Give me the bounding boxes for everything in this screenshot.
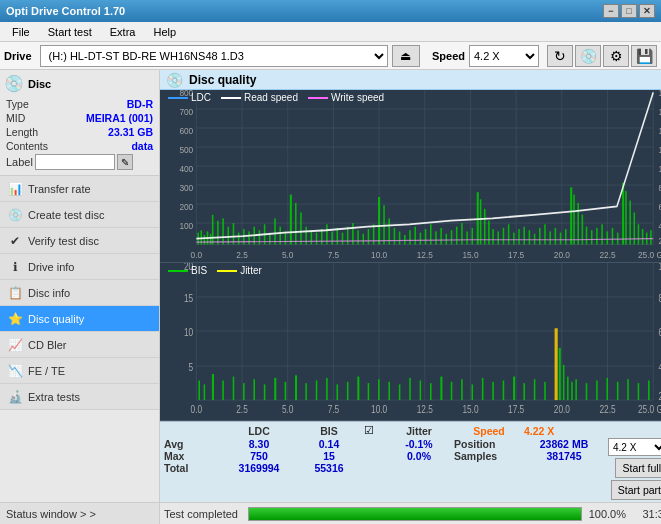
status-window-label: Status window > > — [6, 508, 96, 520]
nav-fe-te[interactable]: 📉 FE / TE — [0, 358, 159, 384]
disc-contents-val: data — [131, 140, 153, 152]
stats-samples-val: 381745 — [524, 450, 604, 462]
svg-rect-220 — [596, 381, 598, 401]
speed-dropdown[interactable]: 4.2 X — [608, 438, 661, 456]
stats-max-jitter: 0.0% — [384, 450, 454, 462]
stats-total-ldc: 3169994 — [224, 462, 294, 474]
legend-write-speed-label: Write speed — [331, 92, 384, 103]
drive-select[interactable]: (H:) HL-DT-ST BD-RE WH16NS48 1.D3 — [40, 45, 388, 67]
disc-icon[interactable]: 💿 — [575, 45, 601, 67]
stats-content: Avg 8.30 0.14 -0.1% Position 23862 MB Ma… — [164, 438, 661, 500]
svg-rect-129 — [596, 228, 598, 245]
extra-tests-icon: 🔬 — [8, 390, 22, 404]
start-part-button[interactable]: Start part — [611, 480, 661, 500]
svg-rect-111 — [508, 224, 510, 244]
svg-text:22.5: 22.5 — [599, 249, 615, 260]
nav-disc-info-label: Disc info — [28, 287, 70, 299]
stats-total-bis: 55316 — [294, 462, 364, 474]
drive-info-icon: ℹ — [8, 260, 22, 274]
svg-rect-199 — [409, 378, 411, 400]
svg-rect-114 — [523, 227, 525, 245]
svg-rect-54 — [217, 221, 219, 245]
stats-max-ldc: 750 — [224, 450, 294, 462]
svg-text:15: 15 — [184, 293, 193, 305]
svg-rect-123 — [570, 187, 572, 244]
svg-text:25.0 GB: 25.0 GB — [638, 249, 661, 260]
stats-avg-bis: 0.14 — [294, 438, 364, 450]
disc-mid-key: MID — [6, 112, 25, 124]
speed-select[interactable]: 4.2 X — [469, 45, 539, 67]
nav-create-test-disc-label: Create test disc — [28, 209, 104, 221]
svg-rect-208 — [503, 381, 505, 401]
eject-button[interactable]: ⏏ — [392, 45, 420, 67]
svg-rect-107 — [488, 221, 490, 245]
svg-rect-202 — [440, 377, 442, 401]
maximize-button[interactable]: □ — [621, 4, 637, 18]
svg-rect-210 — [523, 383, 525, 400]
refresh-icon[interactable]: ↻ — [547, 45, 573, 67]
status-window-button[interactable]: Status window > > — [0, 502, 159, 524]
stats-checkbox-jitter[interactable]: ☑ — [364, 424, 384, 437]
svg-rect-132 — [612, 228, 614, 245]
verify-test-disc-icon: ✔ — [8, 234, 22, 248]
svg-rect-184 — [253, 380, 255, 401]
nav-disc-info[interactable]: 📋 Disc info — [0, 280, 159, 306]
svg-rect-217 — [571, 382, 573, 400]
disc-label-input[interactable] — [35, 154, 115, 170]
svg-rect-109 — [497, 231, 499, 244]
legend-bis: BIS — [168, 265, 207, 276]
svg-text:12.5: 12.5 — [417, 249, 433, 260]
svg-rect-218 — [575, 380, 577, 401]
nav-verify-test-disc[interactable]: ✔ Verify test disc — [0, 228, 159, 254]
svg-rect-110 — [503, 228, 505, 245]
menu-extra[interactable]: Extra — [102, 24, 144, 40]
svg-rect-214 — [559, 348, 561, 400]
nav-disc-quality[interactable]: ⭐ Disc quality — [0, 306, 159, 332]
svg-rect-139 — [642, 229, 644, 244]
legend-read-speed: Read speed — [221, 92, 298, 103]
svg-text:5: 5 — [189, 362, 194, 374]
nav-create-test-disc[interactable]: 💿 Create test disc — [0, 202, 159, 228]
svg-rect-198 — [399, 385, 401, 401]
svg-rect-118 — [544, 224, 546, 244]
menu-file[interactable]: File — [4, 24, 38, 40]
svg-text:0.0: 0.0 — [191, 404, 203, 416]
cd-bler-icon: 📈 — [8, 338, 22, 352]
nav-transfer-rate[interactable]: 📊 Transfer rate — [0, 176, 159, 202]
start-full-button[interactable]: Start full — [615, 458, 661, 478]
save-icon[interactable]: 💾 — [631, 45, 657, 67]
nav-extra-tests[interactable]: 🔬 Extra tests — [0, 384, 159, 410]
svg-rect-215 — [563, 365, 565, 400]
nav-cd-bler[interactable]: 📈 CD Bler — [0, 332, 159, 358]
svg-text:0.0: 0.0 — [191, 249, 203, 260]
svg-text:7.5: 7.5 — [328, 249, 340, 260]
svg-rect-108 — [492, 229, 494, 244]
svg-text:10.0: 10.0 — [371, 249, 387, 260]
legend-bis-label: BIS — [191, 265, 207, 276]
minimize-button[interactable]: − — [603, 4, 619, 18]
svg-text:15.0: 15.0 — [462, 249, 478, 260]
chart-legend: LDC Read speed Write speed — [168, 92, 384, 103]
stats-jitter-header: Jitter — [384, 425, 454, 437]
menu-help[interactable]: Help — [145, 24, 184, 40]
svg-rect-68 — [290, 195, 292, 245]
svg-rect-91 — [409, 230, 411, 244]
close-button[interactable]: ✕ — [639, 4, 655, 18]
progress-percentage: 100.0% — [586, 508, 626, 520]
svg-rect-178 — [198, 381, 200, 401]
read-speed-color-swatch — [221, 97, 241, 99]
window-controls: − □ ✕ — [603, 4, 655, 18]
status-text: Test completed — [164, 508, 244, 520]
menu-start-test[interactable]: Start test — [40, 24, 100, 40]
svg-rect-213 — [555, 329, 558, 401]
stats-max-label: Max — [164, 450, 224, 462]
settings-icon[interactable]: ⚙ — [603, 45, 629, 67]
label-edit-button[interactable]: ✎ — [117, 154, 133, 170]
svg-rect-221 — [607, 378, 609, 400]
svg-rect-124 — [573, 195, 575, 245]
svg-text:20.0: 20.0 — [554, 249, 570, 260]
nav-drive-info[interactable]: ℹ Drive info — [0, 254, 159, 280]
svg-rect-117 — [539, 228, 541, 245]
action-panel: 4.2 X Start full Start part — [608, 438, 661, 500]
svg-rect-60 — [248, 231, 250, 244]
